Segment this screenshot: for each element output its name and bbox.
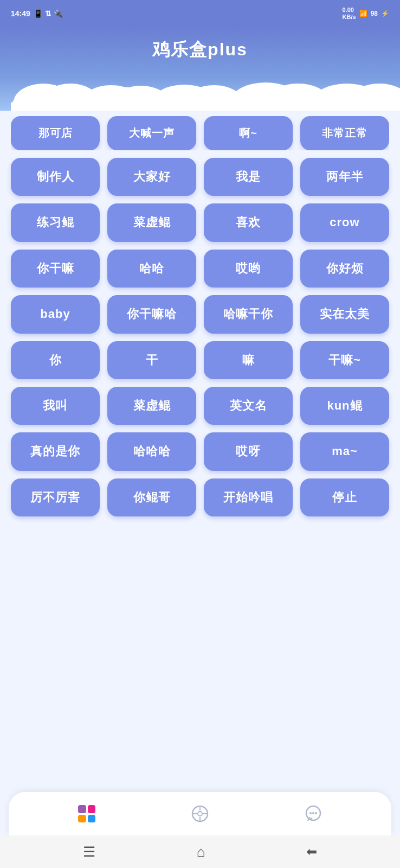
word-button-r5c1[interactable]: 你 [11,341,100,379]
sys-home-button[interactable]: ⌂ [197,844,205,860]
grid-sq-1 [78,805,86,813]
word-button-r4c2[interactable]: 你干嘛哈 [107,295,196,333]
word-button-r2c2[interactable]: 菜虚鲲 [107,203,196,241]
svg-point-23 [309,812,312,814]
status-right: 0.00KB/s 📶 98 ⚡ [343,7,389,21]
app-title: 鸡乐盒plus [11,33,389,73]
explore-svg [190,804,210,824]
status-bar: 14:49 📱 ⇅ 🔌 0.00KB/s 📶 98 ⚡ [0,0,400,27]
nav-explore-icon[interactable] [188,802,212,826]
word-button-p1[interactable]: 那可店 [11,116,100,150]
word-button-r1c1[interactable]: 制作人 [11,158,100,196]
button-grid: 制作人大家好我是两年半练习鲲菜虚鲲喜欢crow你干嘛哈哈哎哟你好烦baby你干嘛… [11,158,389,516]
word-button-r4c3[interactable]: 哈嘛干你 [204,295,293,333]
status-left: 14:49 📱 ⇅ 🔌 [11,9,63,18]
word-button-r2c1[interactable]: 练习鲲 [11,203,100,241]
grid-sq-3 [78,815,86,823]
sys-back-button[interactable]: ⬅ [306,844,317,859]
word-button-p4[interactable]: 非常正常 [300,116,389,150]
word-button-r2c4[interactable]: crow [300,203,389,241]
word-button-r4c4[interactable]: 实在太美 [300,295,389,333]
word-button-p2[interactable]: 大喊一声 [107,116,196,150]
nav-home-icon[interactable] [75,802,99,826]
word-button-r7c1[interactable]: 真的是你 [11,432,100,470]
word-button-r1c2[interactable]: 大家好 [107,158,196,196]
word-button-r6c4[interactable]: kun鲲 [300,387,389,425]
grid-sq-2 [88,805,96,813]
word-button-r8c2[interactable]: 你鲲哥 [107,478,196,516]
word-button-r5c4[interactable]: 干嘛~ [300,341,389,379]
svg-point-24 [312,812,314,814]
word-button-r1c3[interactable]: 我是 [204,158,293,196]
word-button-r3c3[interactable]: 哎哟 [204,250,293,288]
word-button-r3c1[interactable]: 你干嘛 [11,250,100,288]
word-button-r3c2[interactable]: 哈哈 [107,250,196,288]
grid-apps-icon [78,805,95,822]
svg-point-25 [315,812,317,814]
wifi-icon: 📶 [359,10,367,17]
sys-nav: ☰ ⌂ ⬅ [0,835,400,868]
word-button-r4c1[interactable]: baby [11,295,100,333]
lightning-icon: ⚡ [381,10,389,17]
sys-menu-button[interactable]: ☰ [83,844,95,860]
word-button-r8c3[interactable]: 开始吟唱 [204,478,293,516]
word-button-r7c2[interactable]: 哈哈哈 [107,432,196,470]
word-button-r5c2[interactable]: 干 [107,341,196,379]
word-button-r6c1[interactable]: 我叫 [11,387,100,425]
word-button-r6c2[interactable]: 菜虚鲲 [107,387,196,425]
status-icons: 📱 ⇅ 🔌 [34,9,63,18]
clouds-decoration [11,73,400,111]
word-button-r1c4[interactable]: 两年半 [300,158,389,196]
header: 鸡乐盒plus [0,27,400,111]
word-button-r5c3[interactable]: 嘛 [204,341,293,379]
word-button-r3c4[interactable]: 你好烦 [300,250,389,288]
grid-sq-4 [88,815,96,823]
word-button-r8c1[interactable]: 厉不厉害 [11,478,100,516]
bottom-nav [9,792,391,835]
partial-row: 那可店大喊一声啊~非常正常 [11,116,389,150]
word-button-p3[interactable]: 啊~ [204,116,293,150]
word-button-r8c4[interactable]: 停止 [300,478,389,516]
svg-rect-15 [11,103,400,111]
status-time: 14:49 [11,9,30,18]
word-button-r6c3[interactable]: 英文名 [204,387,293,425]
svg-point-17 [198,812,202,816]
nav-chat-icon[interactable] [301,802,325,826]
battery-level: 98 [371,10,378,17]
chat-svg [304,804,323,824]
network-speed: 0.00KB/s [343,7,356,21]
word-button-r2c3[interactable]: 喜欢 [204,203,293,241]
word-button-r7c4[interactable]: ma~ [300,432,389,470]
main-content: 那可店大喊一声啊~非常正常 制作人大家好我是两年半练习鲲菜虚鲲喜欢crow你干嘛… [0,111,400,787]
word-button-r7c3[interactable]: 哎呀 [204,432,293,470]
